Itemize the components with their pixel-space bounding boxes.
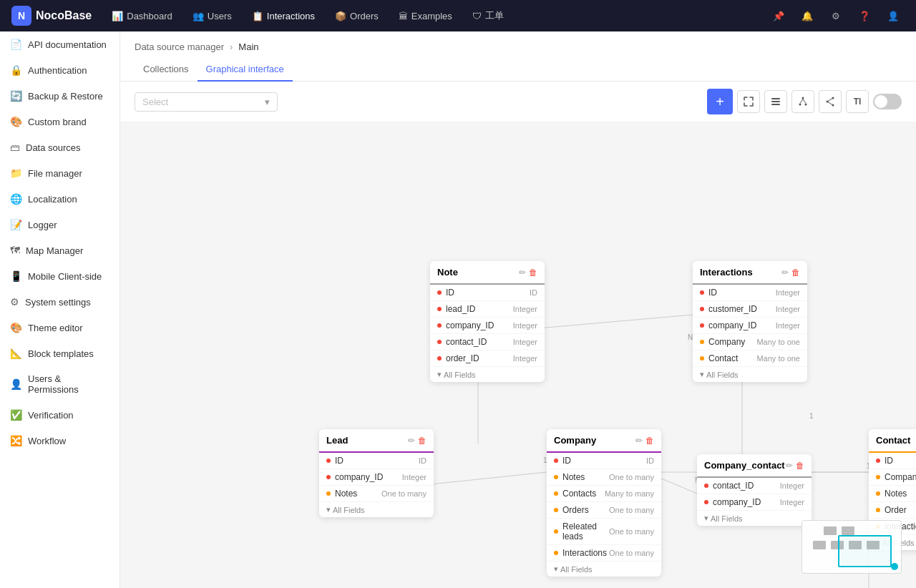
tab-bar: Collections Graphical interface bbox=[120, 52, 916, 82]
delete-icon[interactable]: 🗑 bbox=[418, 436, 427, 446]
fullscreen-icon[interactable] bbox=[737, 90, 760, 113]
table-row: Order One to many bbox=[869, 502, 916, 519]
table-note-title: Note bbox=[437, 267, 458, 278]
help-icon[interactable]: ❓ bbox=[853, 4, 876, 27]
nav-orders[interactable]: 📦 Orders bbox=[326, 6, 387, 26]
nav-examples[interactable]: 🏛 Examples bbox=[390, 6, 461, 26]
content-area: Data source manager › Main Collections G… bbox=[120, 31, 916, 588]
table-row: contact_ID Integer bbox=[697, 478, 812, 494]
table-row: ID ID bbox=[430, 285, 545, 301]
table-interactions-icons: ✏ 🗑 bbox=[781, 268, 800, 278]
sidebar-item-workflow[interactable]: 🔀 Workflow bbox=[0, 428, 120, 454]
workflow-icon: 🔀 bbox=[10, 435, 22, 446]
edit-icon[interactable]: ✏ bbox=[635, 436, 643, 446]
examples-icon: 🏛 bbox=[399, 11, 408, 21]
sidebar-item-authentication[interactable]: 🔒 Authentication bbox=[0, 57, 120, 83]
sidebar-item-data-sources[interactable]: 🗃 Data sources bbox=[0, 134, 120, 160]
block-icon: 📐 bbox=[10, 348, 22, 359]
table-contact-title: Contact bbox=[876, 435, 910, 446]
auth-icon: 🔒 bbox=[10, 64, 22, 76]
graphical-canvas[interactable]: N N 1 1 N N 1 1 1 N Note ✏ 🗑 ID bbox=[120, 122, 916, 588]
table-row: Interactions One to many bbox=[547, 545, 661, 562]
table-company-footer[interactable]: ▾ All Fields bbox=[547, 562, 661, 577]
nav-gongdan[interactable]: 🛡 工单 bbox=[464, 5, 512, 26]
collection-select[interactable]: Select ▾ bbox=[135, 92, 278, 112]
logo-text: NocoBase bbox=[36, 9, 92, 22]
logger-icon: 📝 bbox=[10, 219, 22, 230]
tab-collections[interactable]: Collections bbox=[135, 58, 198, 82]
mobile-icon: 📱 bbox=[10, 270, 22, 282]
table-card-lead: Lead ✏ 🗑 ID ID company_ID Integer Notes bbox=[319, 429, 434, 517]
table-interactions-footer[interactable]: ▾ All Fields bbox=[693, 367, 807, 382]
table-row: lead_ID Integer bbox=[430, 301, 545, 318]
edit-icon[interactable]: ✏ bbox=[786, 461, 793, 471]
table-row: Notes One to many bbox=[319, 486, 434, 502]
table-company-contact-footer[interactable]: ▾ All Fields bbox=[697, 511, 812, 526]
settings-icon[interactable]: ⚙ bbox=[824, 4, 847, 27]
sidebar-item-users-permissions[interactable]: 👤 Users & Permissions bbox=[0, 366, 120, 402]
font-size-icon[interactable]: TI bbox=[846, 90, 869, 113]
nav-right-actions: 📌 🔔 ⚙ ❓ 👤 bbox=[767, 4, 905, 27]
nav-users[interactable]: 👥 Users bbox=[184, 6, 240, 26]
sidebar-item-custom-brand[interactable]: 🎨 Custom brand bbox=[0, 109, 120, 134]
delete-icon[interactable]: 🗑 bbox=[796, 461, 804, 471]
share-icon[interactable] bbox=[819, 90, 842, 113]
sidebar-item-backup-restore[interactable]: 🔄 Backup & Restore bbox=[0, 83, 120, 109]
nav-dashboard[interactable]: 📊 Dashboard bbox=[103, 6, 181, 26]
nav-interactions[interactable]: 📋 Interactions bbox=[243, 6, 323, 26]
sidebar-item-file-manager[interactable]: 📁 File manager bbox=[0, 160, 120, 186]
brand-icon: 🎨 bbox=[10, 116, 22, 127]
edit-icon[interactable]: ✏ bbox=[781, 268, 789, 278]
edit-icon[interactable]: ✏ bbox=[408, 436, 415, 446]
gongdan-icon: 🛡 bbox=[472, 11, 482, 21]
table-row: customer_ID Integer bbox=[693, 301, 807, 318]
table-note-footer[interactable]: ▾ All Fields bbox=[430, 367, 545, 382]
breadcrumb-separator: › bbox=[230, 41, 233, 52]
breadcrumb-current: Main bbox=[238, 41, 258, 52]
breadcrumb-parent[interactable]: Data source manager bbox=[135, 41, 224, 52]
sidebar-item-mobile[interactable]: 📱 Mobile Client-side bbox=[0, 263, 120, 289]
users-icon: 👥 bbox=[193, 11, 204, 21]
sidebar-item-verification[interactable]: ✅ Verification bbox=[0, 402, 120, 428]
svg-line-13 bbox=[530, 315, 693, 329]
theme-icon: 🎨 bbox=[10, 322, 22, 333]
table-interactions-header: Interactions ✏ 🗑 bbox=[693, 261, 807, 285]
sidebar-item-system-settings[interactable]: ⚙ System settings bbox=[0, 289, 120, 315]
sidebar-item-api-documentation[interactable]: 📄 API documentation bbox=[0, 31, 120, 57]
table-company-icons: ✏ 🗑 bbox=[635, 436, 654, 446]
sidebar-item-logger[interactable]: 📝 Logger bbox=[0, 212, 120, 237]
pin-icon[interactable]: 📌 bbox=[767, 4, 790, 27]
table-company-header: Company ✏ 🗑 bbox=[547, 429, 661, 453]
add-table-button[interactable]: + bbox=[707, 89, 733, 114]
canvas-header: Select ▾ + bbox=[120, 82, 916, 122]
svg-rect-1 bbox=[771, 101, 780, 102]
main-layout: 📄 API documentation 🔒 Authentication 🔄 B… bbox=[0, 31, 916, 588]
sidebar-item-block-templates[interactable]: 📐 Block templates bbox=[0, 340, 120, 366]
sidebar-item-localization[interactable]: 🌐 Localization bbox=[0, 186, 120, 212]
notification-icon[interactable]: 🔔 bbox=[796, 4, 819, 27]
table-row: Company Many to many bbox=[869, 469, 916, 486]
delete-icon[interactable]: 🗑 bbox=[791, 268, 800, 278]
sidebar-item-theme-editor[interactable]: 🎨 Theme editor bbox=[0, 315, 120, 340]
user-avatar[interactable]: 👤 bbox=[882, 4, 905, 27]
edit-icon[interactable]: ✏ bbox=[519, 268, 526, 278]
table-company-title: Company bbox=[554, 435, 596, 446]
delete-icon[interactable]: 🗑 bbox=[645, 436, 654, 446]
table-row: order_ID Integer bbox=[430, 351, 545, 367]
verify-icon: ✅ bbox=[10, 409, 22, 421]
table-lead-icons: ✏ 🗑 bbox=[408, 436, 427, 446]
mini-map[interactable] bbox=[802, 520, 902, 574]
delete-icon[interactable]: 🗑 bbox=[529, 268, 537, 278]
toggle-switch[interactable] bbox=[873, 94, 902, 109]
hierarchy-icon[interactable] bbox=[791, 90, 814, 113]
table-row: company_ID Integer bbox=[697, 494, 812, 511]
table-row: ID ID bbox=[319, 453, 434, 469]
mini-block bbox=[824, 526, 837, 535]
table-company-contact-icons: ✏ 🗑 bbox=[786, 461, 804, 471]
sidebar-item-map-manager[interactable]: 🗺 Map Manager bbox=[0, 237, 120, 263]
table-lead-footer[interactable]: ▾ All Fields bbox=[319, 502, 434, 517]
list-view-icon[interactable] bbox=[764, 90, 787, 113]
sidebar: 📄 API documentation 🔒 Authentication 🔄 B… bbox=[0, 31, 120, 588]
tab-graphical-interface[interactable]: Graphical interface bbox=[198, 58, 293, 82]
mini-map-handle[interactable] bbox=[891, 563, 898, 570]
